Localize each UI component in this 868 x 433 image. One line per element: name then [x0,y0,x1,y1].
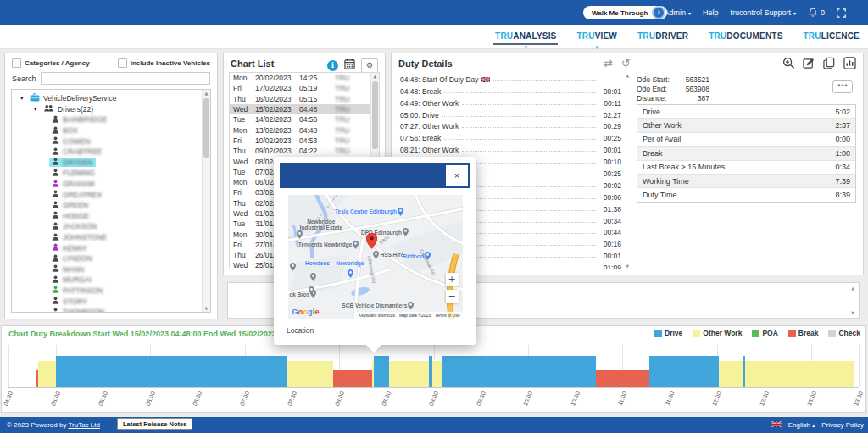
timeline-segment-break[interactable] [596,370,649,387]
categories-agency-checkbox[interactable]: Categories / Agency [12,58,90,68]
search-input[interactable] [41,72,210,85]
trutac-link[interactable]: TruTac Ltd [68,421,100,429]
timeline-segment-other_work[interactable] [389,361,428,387]
undo-icon[interactable]: ↺ [621,57,631,69]
fullscreen-icon[interactable] [837,8,846,18]
tab-trudocuments[interactable]: TRUDOCUMENTS [707,29,784,45]
timeline-segment-other_work[interactable] [38,361,55,387]
info-icon[interactable]: i [327,60,338,71]
driver-item[interactable]: JACKSON [15,221,202,232]
admin-menu[interactable]: Admin▾ [664,8,691,17]
tab-prefix: TRU [576,31,594,41]
scroll-up-icon[interactable]: ▲ [626,73,629,78]
driver-item[interactable]: BAINBRIDGE [15,114,202,125]
map-zoom-in-button[interactable]: + [446,273,459,286]
timeline-segment-other_work[interactable] [719,361,744,387]
scroll-up-icon[interactable]: ▲ [371,73,379,80]
notifications-bell-icon[interactable]: 0 [808,8,825,18]
driver-item[interactable]: PATTINSON [15,286,202,297]
support-menu[interactable]: trucontrol Support▾ [730,8,796,17]
timeline-segment-drive[interactable] [374,356,390,387]
duty-row[interactable]: 07:56: Break00:25 [397,130,632,142]
scroll-down-icon[interactable]: ▼ [851,310,854,315]
language-selector[interactable]: English ▴ [788,421,815,429]
timeline-segment-break[interactable] [333,370,372,387]
duty-row[interactable]: 04:48: Break00:01 [397,84,632,96]
map-attribution-item[interactable]: Keyboard shortcuts [359,313,395,318]
copy-icon[interactable] [823,57,836,73]
latest-release-notes-button[interactable]: Latest Release Notes [117,418,192,430]
privacy-policy-link[interactable]: Privacy Policy [821,421,864,429]
timeline-segment-drive[interactable] [649,356,719,387]
driver-item[interactable]: THOMPSON [15,307,202,313]
driver-item[interactable]: GREATREX [15,189,202,200]
chart-list-row[interactable]: Fri10/02/202304:53TRU [230,136,379,146]
driver-item[interactable]: JOHNSTONE [15,232,202,243]
chart-list-row[interactable]: Mon20/02/202314:25TRU [230,73,379,83]
duty-row[interactable]: 05:00: Drive02:27 [397,108,632,119]
more-options-button[interactable]: ••• [832,80,853,93]
location-marker-icon[interactable] [366,233,377,248]
map-zoom-out-button[interactable]: − [446,290,459,303]
driver-item[interactable]: STORY [15,296,202,307]
chart-list-row[interactable]: Wed15/02/202304:48TRU [230,104,379,114]
duty-row[interactable]: 04:49: Other Work00:11 [397,96,632,108]
driver-item[interactable]: COWEN [15,136,202,147]
bar-chart-icon[interactable] [843,57,856,73]
timeline-segment-other_work[interactable] [287,361,333,387]
driver-item[interactable]: BOX [15,125,202,136]
tree-group-drivers[interactable]: ▾Drivers(22) [15,104,202,115]
tab-trulicence[interactable]: TRULICENCE [802,29,861,45]
tree-scrollbar[interactable]: ▲ ▼ [202,90,210,312]
swap-icon[interactable]: ⇄ [604,57,613,69]
driver-item[interactable]: GREEN [15,200,202,211]
chart-list-row[interactable]: Thu16/02/202305:15TRU [230,94,379,104]
driver-item[interactable]: DRYDEN [15,158,202,169]
scroll-down-icon[interactable]: ▼ [626,264,629,269]
tree-expand-icon[interactable]: ▾ [34,106,40,113]
tree-root-vehicledeliveryservice[interactable]: ▾VehicleDeliveryService [15,93,202,104]
driver-name: JOHNSTONE [63,233,107,241]
timeline-segment-other_work[interactable] [745,361,854,387]
edit-icon[interactable] [803,57,815,73]
tick-label: 11:30 [665,391,676,406]
tree-expand-icon[interactable]: ▾ [20,95,26,102]
tab-truanalysis[interactable]: TRUANALYSIS▾ [493,29,558,45]
duty-row[interactable]: 04:48: Start Of Duty Day [397,72,632,84]
tab-truview[interactable]: TRUVIEW▾ [575,29,619,45]
driver-item[interactable]: MANN [15,264,202,275]
driver-item[interactable]: CRABTREE [15,147,202,158]
help-link[interactable]: Help [703,8,719,17]
scroll-up-icon[interactable]: ▲ [851,286,854,291]
map[interactable]: Tesla Centre EdinburghNewbridge Industri… [288,195,463,319]
map-attribution-item[interactable]: Terms of Use [435,313,459,318]
map-pin-icon [310,273,316,281]
chart-list-row[interactable]: Fri17/02/202305:19TRU [230,83,379,93]
chart-list-row[interactable]: Tue14/02/202304:56TRU [230,114,379,125]
duty-row[interactable]: 07:27: Other Work00:29 [397,119,632,131]
map-attribution-item[interactable]: Map data ©2023 [399,313,431,318]
scroll-down-icon[interactable]: ▼ [203,305,210,312]
timeline-segment-drive[interactable] [56,356,287,387]
close-icon[interactable]: × [446,165,468,186]
driver-item[interactable]: MURGAI [15,275,202,286]
driver-item[interactable]: GRAHAM [15,179,202,190]
chart-list-row[interactable]: Thu09/02/202304:22TRU [230,146,379,156]
calendar-icon[interactable] [344,58,355,73]
duty-row[interactable]: 08:21: Other Work00:01 [397,142,632,154]
driver-item[interactable]: HODGE [15,211,202,222]
driver-item[interactable]: LYNDON [15,253,202,264]
chart-list-row[interactable]: Mon13/02/202304:48TRU [230,125,379,135]
tab-trudriver[interactable]: TRUDRIVER [636,29,690,45]
scroll-up-icon[interactable]: ▲ [203,90,210,97]
gear-icon[interactable]: ⚙ [361,58,378,73]
map-pin-icon [290,263,296,271]
map-pin-icon [297,230,346,239]
driver-item[interactable]: KENNY [15,242,202,253]
zoom-icon[interactable] [782,57,795,73]
timeline-segment-other_work[interactable] [432,361,442,387]
include-inactive-vehicles-checkbox[interactable]: Include Inactive Vehicles [118,58,210,68]
walk-me-through-button[interactable]: Walk Me Through › [583,6,667,19]
timeline-segment-drive[interactable] [442,356,596,387]
driver-item[interactable]: FLEMING [15,168,202,179]
